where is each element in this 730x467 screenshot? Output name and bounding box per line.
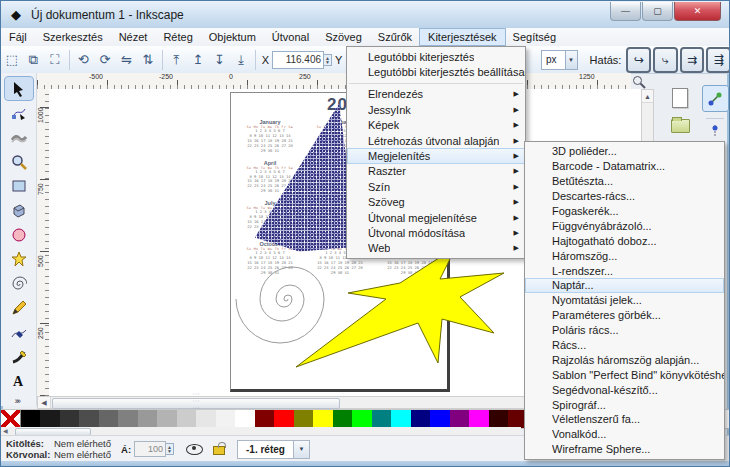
color-swatch[interactable] (372, 410, 392, 428)
tweak-tool[interactable] (5, 126, 33, 149)
menu-item[interactable]: Vonalkód... (525, 427, 724, 442)
rectangle-tool[interactable] (5, 175, 33, 198)
yellow-arrow-object[interactable] (290, 243, 515, 373)
menu-item[interactable]: Sablon "Perfect Bind" könyvkötéshez... (525, 367, 724, 382)
menubar-item[interactable]: Szűrők (370, 29, 420, 45)
affect-move-button[interactable]: ↪ (626, 47, 651, 73)
menu-item[interactable]: Képek ▶ (347, 118, 525, 133)
menu-item[interactable]: Barcode - Datamatrix... (525, 159, 724, 174)
close-button[interactable]: ✕ (674, 2, 721, 21)
scrollbar-thumb[interactable] (52, 398, 340, 409)
color-swatch[interactable] (235, 410, 255, 428)
color-swatch[interactable] (333, 410, 353, 428)
scroll-up-icon[interactable]: ▲ (642, 90, 653, 103)
menu-item[interactable]: Betűtészta... (525, 174, 724, 189)
rotate-ccw-button[interactable]: ⟲ (73, 49, 95, 71)
layer-visibility-eye-icon[interactable] (186, 444, 203, 455)
layer-lock-icon[interactable] (213, 446, 225, 455)
select-all-layers-button[interactable]: ⧉ (23, 49, 45, 71)
menubar-item[interactable]: Fájl (1, 29, 35, 45)
toolbox-overflow[interactable]: » (5, 394, 29, 407)
new-document-button[interactable] (667, 85, 693, 111)
spiral-tool[interactable] (5, 272, 33, 295)
flip-vertical-button[interactable]: ⇅ (137, 49, 159, 71)
menu-item[interactable]: Függvényábrázoló... (525, 218, 724, 233)
color-swatch[interactable] (430, 410, 450, 428)
fill-value[interactable]: Nem elérhető (54, 438, 111, 449)
menu-item[interactable]: Véletlenszerű fa... (525, 412, 724, 427)
menu-item[interactable]: 3D poliéder... (525, 144, 724, 159)
menu-item[interactable]: Rajzolás háromszög alapján... (525, 352, 724, 367)
star-tool[interactable] (5, 248, 33, 271)
raise-button[interactable]: ↥ (187, 49, 209, 71)
menubar-item[interactable]: Szerkesztés (35, 29, 111, 45)
palette-scrollbar[interactable]: ◀ (1, 427, 521, 435)
color-swatch[interactable] (118, 410, 138, 428)
color-swatch[interactable] (216, 410, 236, 428)
menubar-item[interactable]: Nézet (111, 29, 156, 45)
color-swatch[interactable] (60, 410, 80, 428)
affect-gradient-button[interactable]: ⇉ (680, 47, 705, 73)
layer-selector[interactable]: -1. réteg ▼ (237, 440, 310, 459)
menubar-item[interactable]: Segítség (505, 29, 564, 45)
flip-horizontal-button[interactable]: ⇋ (116, 49, 138, 71)
stroke-value[interactable]: Nem elérhető (54, 449, 111, 460)
color-swatch[interactable] (294, 410, 314, 428)
opacity-input[interactable] (134, 441, 166, 457)
pencil-tool[interactable] (5, 297, 33, 320)
chevron-down-icon[interactable]: ▼ (293, 441, 309, 458)
minimize-button[interactable]: — (610, 2, 641, 21)
menu-item[interactable]: Rács... (525, 338, 724, 353)
text-tool[interactable]: A (5, 370, 33, 393)
raise-to-top-button[interactable]: ⤒ (166, 49, 188, 71)
color-swatch[interactable] (411, 410, 431, 428)
menu-item[interactable]: Elrendezés ▶ (347, 87, 525, 102)
color-swatch[interactable] (274, 410, 294, 428)
ellipse-tool[interactable] (5, 223, 33, 246)
menu-item[interactable]: Legutóbbi kiterjesztés (347, 49, 525, 64)
color-swatch[interactable] (79, 410, 99, 428)
title-bar[interactable]: ◆ Új dokumentum 1 - Inkscape — ▢ ✕ (1, 1, 730, 28)
x-spinner[interactable]: ▲▼ (324, 54, 332, 66)
menu-item[interactable]: Megjelenítés ▶ (347, 148, 525, 163)
menu-item[interactable]: Szín ▶ (347, 179, 525, 194)
palette-scroll-left-icon[interactable]: ◀ (3, 427, 8, 434)
color-swatch[interactable] (469, 410, 489, 428)
zoom-tool[interactable] (5, 150, 33, 173)
color-swatch[interactable] (450, 410, 470, 428)
menu-item[interactable]: Paraméteres görbék... (525, 308, 724, 323)
menu-item[interactable]: Hajtogatható doboz... (525, 233, 724, 248)
menu-item[interactable]: Nyomtatási jelek... (525, 293, 724, 308)
lower-to-bottom-button[interactable]: ⤓ (230, 49, 252, 71)
menu-item[interactable]: Létrehozás útvonal alapján ▶ (347, 133, 525, 148)
horizontal-ruler[interactable]: -500-250025050075010001250 (37, 73, 631, 90)
color-swatch[interactable] (391, 410, 411, 428)
select-tool[interactable] (5, 77, 33, 100)
menu-item[interactable]: Útvonal megjelenítése ▶ (347, 210, 525, 225)
calendar-month[interactable]: January Su Mo Tu We Th Fr Sa 1 2 3 4 5 6… (235, 119, 305, 154)
color-swatch[interactable] (313, 410, 333, 428)
rotate-cw-button[interactable]: ⟳ (94, 49, 116, 71)
menu-item[interactable]: Fogaskerék... (525, 204, 724, 219)
unit-select[interactable]: px ▼ (541, 50, 578, 70)
select-all-button[interactable]: ⬚ (1, 49, 23, 71)
menu-item[interactable]: Descartes-rács... (525, 189, 724, 204)
calligraphy-tool[interactable] (5, 345, 33, 368)
menu-item[interactable]: Útvonal módosítása ▶ (347, 225, 525, 240)
menu-item[interactable]: Spirográf... (525, 397, 724, 412)
menubar-item[interactable]: Objektum (201, 29, 264, 45)
menu-item[interactable]: Háromszög... (525, 248, 724, 263)
pen-tool[interactable] (5, 321, 33, 344)
opacity-spinner[interactable]: ▲▼ (166, 443, 174, 455)
maximize-button[interactable]: ▢ (642, 2, 673, 21)
menubar-item[interactable]: Szöveg (317, 29, 370, 45)
menu-item[interactable]: Raszter ▶ (347, 164, 525, 179)
color-swatch[interactable] (489, 410, 509, 428)
node-tool[interactable] (5, 101, 33, 124)
menu-item[interactable]: Wireframe Sphere... (525, 442, 724, 457)
menu-item[interactable]: Legutóbbi kiterjesztés beállításai... (347, 64, 525, 79)
menubar-item[interactable]: Útvonal (264, 29, 317, 45)
lower-button[interactable]: ↧ (209, 49, 231, 71)
snap-enable-button[interactable] (702, 85, 729, 112)
chevron-down-icon[interactable]: ▼ (565, 51, 577, 69)
